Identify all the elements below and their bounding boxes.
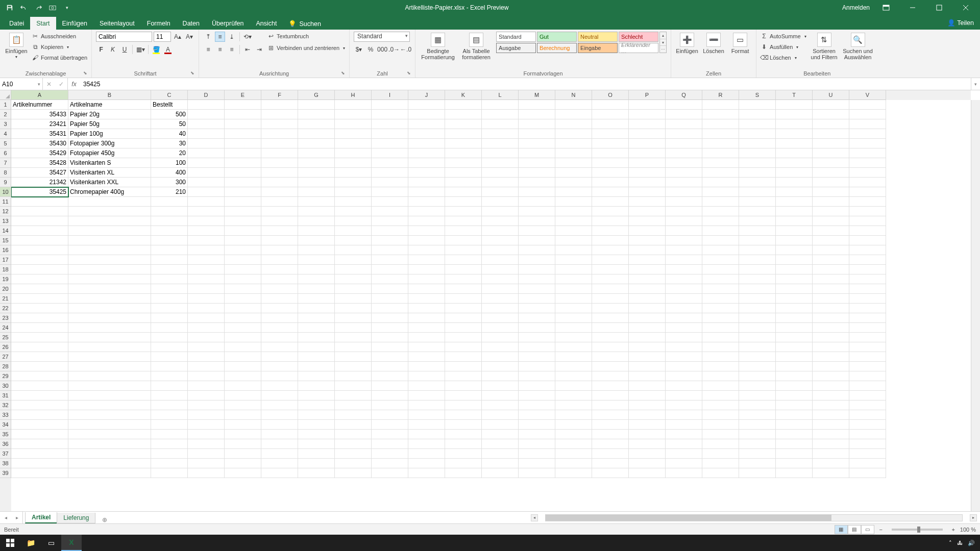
column-header[interactable]: J bbox=[408, 90, 445, 100]
cellstyle-schlecht[interactable]: Schlecht bbox=[619, 32, 658, 42]
align-top-icon[interactable]: ⤒ bbox=[203, 32, 213, 42]
cell[interactable] bbox=[849, 323, 886, 333]
cell[interactable] bbox=[629, 197, 666, 207]
cell[interactable] bbox=[702, 333, 739, 342]
cell[interactable] bbox=[592, 158, 629, 168]
cell[interactable]: Chromepapier 400g bbox=[68, 187, 151, 197]
cell[interactable] bbox=[372, 129, 408, 139]
cell[interactable] bbox=[666, 187, 702, 197]
cell[interactable] bbox=[592, 294, 629, 304]
cell[interactable] bbox=[555, 284, 592, 294]
cell[interactable] bbox=[555, 236, 592, 245]
cell[interactable] bbox=[188, 274, 225, 284]
view-page-layout-icon[interactable]: ▤ bbox=[848, 525, 861, 534]
cell[interactable] bbox=[11, 439, 68, 449]
tab-ueberpruefen[interactable]: Überprüfen bbox=[206, 17, 250, 30]
cell[interactable] bbox=[555, 226, 592, 236]
cell[interactable] bbox=[629, 236, 666, 245]
cell[interactable] bbox=[666, 352, 702, 362]
cell[interactable] bbox=[298, 449, 335, 459]
cell[interactable] bbox=[482, 391, 519, 400]
cell[interactable] bbox=[629, 255, 666, 265]
cell[interactable] bbox=[592, 100, 629, 110]
cell[interactable] bbox=[519, 459, 555, 468]
cell[interactable] bbox=[225, 439, 261, 449]
cell[interactable] bbox=[188, 400, 225, 410]
cell[interactable] bbox=[225, 187, 261, 197]
cell[interactable] bbox=[482, 236, 519, 245]
cell[interactable] bbox=[335, 342, 372, 352]
select-all-corner[interactable] bbox=[0, 90, 11, 100]
cell[interactable] bbox=[188, 439, 225, 449]
cell[interactable] bbox=[11, 333, 68, 342]
cell[interactable] bbox=[335, 139, 372, 148]
view-page-break-icon[interactable]: ▭ bbox=[861, 525, 874, 534]
cell[interactable] bbox=[702, 400, 739, 410]
cell[interactable] bbox=[666, 148, 702, 158]
cell[interactable] bbox=[482, 333, 519, 342]
cell[interactable] bbox=[408, 139, 445, 148]
cell[interactable]: 35425 bbox=[11, 187, 68, 197]
cell[interactable] bbox=[445, 139, 482, 148]
cell[interactable] bbox=[11, 449, 68, 459]
cell[interactable] bbox=[776, 158, 813, 168]
cell[interactable] bbox=[372, 323, 408, 333]
cell[interactable] bbox=[519, 226, 555, 236]
cell[interactable] bbox=[445, 216, 482, 226]
column-header[interactable]: K bbox=[445, 90, 482, 100]
cell[interactable] bbox=[849, 410, 886, 420]
cell[interactable] bbox=[482, 352, 519, 362]
cell[interactable] bbox=[629, 294, 666, 304]
cell[interactable] bbox=[11, 255, 68, 265]
cell[interactable] bbox=[629, 420, 666, 430]
cell[interactable] bbox=[188, 381, 225, 391]
cell[interactable] bbox=[408, 362, 445, 371]
cell[interactable] bbox=[776, 139, 813, 148]
cell[interactable] bbox=[629, 430, 666, 439]
cell[interactable] bbox=[519, 323, 555, 333]
redo-icon[interactable] bbox=[34, 3, 43, 12]
cell[interactable] bbox=[445, 400, 482, 410]
cell[interactable] bbox=[11, 304, 68, 313]
cell[interactable] bbox=[666, 304, 702, 313]
cell[interactable]: 21342 bbox=[11, 178, 68, 187]
cell[interactable] bbox=[298, 178, 335, 187]
cell[interactable] bbox=[519, 342, 555, 352]
cell[interactable] bbox=[261, 313, 298, 323]
autosum-button[interactable]: ΣAutoSumme▾ bbox=[761, 32, 806, 41]
cell[interactable] bbox=[335, 400, 372, 410]
row-header[interactable]: 38 bbox=[0, 459, 11, 468]
cell[interactable] bbox=[629, 187, 666, 197]
cell[interactable] bbox=[555, 381, 592, 391]
cell[interactable] bbox=[739, 226, 776, 236]
cell[interactable] bbox=[298, 274, 335, 284]
cell[interactable] bbox=[776, 284, 813, 294]
cell[interactable] bbox=[225, 245, 261, 255]
cell[interactable] bbox=[555, 304, 592, 313]
cell[interactable]: Visitenkarten S bbox=[68, 158, 151, 168]
cell[interactable] bbox=[592, 178, 629, 187]
cell[interactable] bbox=[519, 333, 555, 342]
cell[interactable] bbox=[776, 352, 813, 362]
cell[interactable] bbox=[813, 236, 849, 245]
decrease-font-icon[interactable]: A▾ bbox=[184, 32, 194, 42]
cell[interactable] bbox=[629, 119, 666, 129]
tab-ansicht[interactable]: Ansicht bbox=[250, 17, 283, 30]
sheet-nav-last-icon[interactable]: ▸ bbox=[11, 515, 22, 520]
tray-network-icon[interactable]: 🖧 bbox=[957, 540, 963, 546]
row-header[interactable]: 4 bbox=[0, 129, 11, 139]
cell[interactable] bbox=[776, 333, 813, 342]
column-header[interactable]: O bbox=[592, 90, 629, 100]
cell[interactable] bbox=[261, 110, 298, 119]
row-header[interactable]: 6 bbox=[0, 148, 11, 158]
cell[interactable] bbox=[372, 178, 408, 187]
cell[interactable] bbox=[225, 333, 261, 342]
cell[interactable] bbox=[408, 294, 445, 304]
cell[interactable] bbox=[813, 439, 849, 449]
cell[interactable] bbox=[11, 468, 68, 478]
cell[interactable] bbox=[482, 313, 519, 323]
cell[interactable] bbox=[666, 274, 702, 284]
cell[interactable] bbox=[666, 110, 702, 119]
cell[interactable] bbox=[372, 468, 408, 478]
cell[interactable] bbox=[555, 158, 592, 168]
